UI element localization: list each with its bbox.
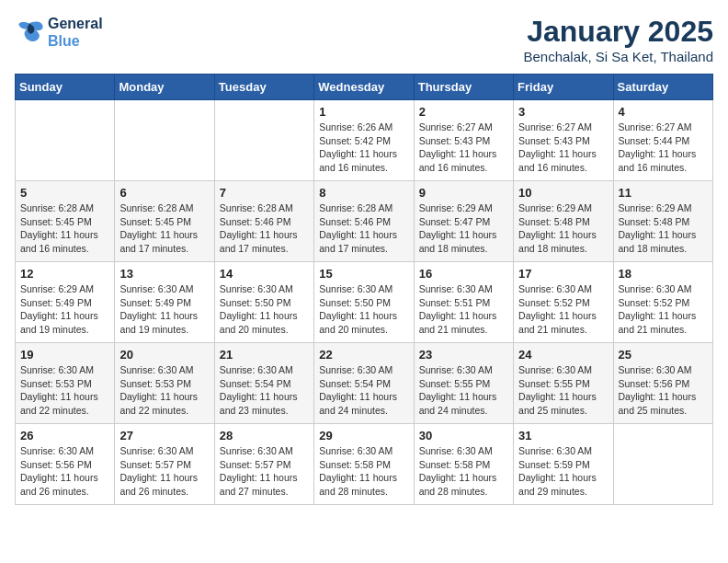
calendar-cell [115,100,214,181]
day-number: 6 [119,186,209,200]
day-number: 13 [119,267,209,281]
calendar-subtitle: Benchalak, Si Sa Ket, Thailand [523,49,713,64]
day-number: 26 [20,429,109,442]
calendar-cell: 4Sunrise: 6:27 AMSunset: 5:44 PMDaylight… [613,100,712,181]
calendar-week-row: 26Sunrise: 6:30 AMSunset: 5:56 PMDayligh… [16,424,713,505]
day-number: 7 [220,186,309,200]
day-number: 2 [419,105,508,119]
calendar-week-row: 1Sunrise: 6:26 AMSunset: 5:42 PMDaylight… [16,100,713,181]
day-number: 5 [20,186,109,200]
day-info: Sunrise: 6:30 AMSunset: 5:56 PMDaylight:… [20,444,109,499]
day-info: Sunrise: 6:30 AMSunset: 5:49 PMDaylight:… [119,282,209,337]
day-number: 30 [419,429,508,442]
calendar-cell: 20Sunrise: 6:30 AMSunset: 5:53 PMDayligh… [115,343,214,424]
day-number: 4 [619,105,708,119]
calendar-cell: 6Sunrise: 6:28 AMSunset: 5:45 PMDaylight… [115,181,214,262]
calendar-cell [16,100,115,181]
day-number: 22 [319,348,408,362]
weekday-header-friday: Friday [514,75,613,100]
day-number: 1 [319,105,408,119]
day-info: Sunrise: 6:30 AMSunset: 5:56 PMDaylight:… [619,363,708,418]
day-number: 10 [518,186,608,200]
title-block: January 2025 Benchalak, Si Sa Ket, Thail… [523,15,713,64]
logo: General Blue [15,15,103,50]
calendar-week-row: 12Sunrise: 6:29 AMSunset: 5:49 PMDayligh… [16,262,713,343]
calendar-cell [214,100,313,181]
calendar-title: January 2025 [523,15,713,49]
day-number: 12 [20,267,109,281]
calendar-cell: 14Sunrise: 6:30 AMSunset: 5:50 PMDayligh… [214,262,313,343]
day-info: Sunrise: 6:30 AMSunset: 5:59 PMDaylight:… [518,444,608,499]
day-info: Sunrise: 6:30 AMSunset: 5:54 PMDaylight:… [319,363,408,418]
calendar-cell: 12Sunrise: 6:29 AMSunset: 5:49 PMDayligh… [16,262,115,343]
day-info: Sunrise: 6:30 AMSunset: 5:52 PMDaylight:… [619,282,708,337]
calendar-week-row: 5Sunrise: 6:28 AMSunset: 5:45 PMDaylight… [16,181,713,262]
calendar-cell: 3Sunrise: 6:27 AMSunset: 5:43 PMDaylight… [514,100,613,181]
weekday-header-thursday: Thursday [414,75,513,100]
day-number: 29 [319,429,408,442]
calendar-cell: 24Sunrise: 6:30 AMSunset: 5:55 PMDayligh… [514,343,613,424]
day-info: Sunrise: 6:30 AMSunset: 5:50 PMDaylight:… [319,282,408,337]
day-number: 17 [518,267,608,281]
day-number: 19 [20,348,109,362]
day-info: Sunrise: 6:27 AMSunset: 5:43 PMDaylight:… [518,121,608,175]
calendar-cell: 25Sunrise: 6:30 AMSunset: 5:56 PMDayligh… [613,343,712,424]
calendar-cell: 18Sunrise: 6:30 AMSunset: 5:52 PMDayligh… [613,262,712,343]
calendar-week-row: 19Sunrise: 6:30 AMSunset: 5:53 PMDayligh… [16,343,713,424]
day-info: Sunrise: 6:27 AMSunset: 5:43 PMDaylight:… [419,121,508,175]
day-info: Sunrise: 6:26 AMSunset: 5:42 PMDaylight:… [319,121,408,175]
day-number: 16 [419,267,508,281]
day-info: Sunrise: 6:30 AMSunset: 5:54 PMDaylight:… [220,363,309,418]
day-info: Sunrise: 6:30 AMSunset: 5:51 PMDaylight:… [419,282,508,337]
calendar-cell: 15Sunrise: 6:30 AMSunset: 5:50 PMDayligh… [314,262,414,343]
day-info: Sunrise: 6:30 AMSunset: 5:53 PMDaylight:… [20,363,109,418]
calendar-cell: 21Sunrise: 6:30 AMSunset: 5:54 PMDayligh… [214,343,313,424]
day-number: 9 [419,186,508,200]
logo-text-blue: Blue [48,32,103,50]
calendar-cell: 2Sunrise: 6:27 AMSunset: 5:43 PMDaylight… [414,100,513,181]
day-number: 24 [518,348,608,362]
day-info: Sunrise: 6:28 AMSunset: 5:46 PMDaylight:… [220,201,309,256]
day-number: 23 [419,348,508,362]
calendar-table: SundayMondayTuesdayWednesdayThursdayFrid… [15,74,713,505]
calendar-cell: 11Sunrise: 6:29 AMSunset: 5:48 PMDayligh… [613,181,712,262]
calendar-cell: 10Sunrise: 6:29 AMSunset: 5:48 PMDayligh… [514,181,613,262]
calendar-cell: 13Sunrise: 6:30 AMSunset: 5:49 PMDayligh… [115,262,214,343]
day-info: Sunrise: 6:29 AMSunset: 5:49 PMDaylight:… [20,282,109,337]
day-info: Sunrise: 6:29 AMSunset: 5:48 PMDaylight:… [619,201,708,256]
calendar-cell: 8Sunrise: 6:28 AMSunset: 5:46 PMDaylight… [314,181,414,262]
logo-text-general: General [48,15,103,32]
page-header: General Blue January 2025 Benchalak, Si … [15,15,713,64]
calendar-cell: 22Sunrise: 6:30 AMSunset: 5:54 PMDayligh… [314,343,414,424]
calendar-cell: 23Sunrise: 6:30 AMSunset: 5:55 PMDayligh… [414,343,513,424]
day-info: Sunrise: 6:30 AMSunset: 5:58 PMDaylight:… [319,444,408,499]
day-info: Sunrise: 6:29 AMSunset: 5:48 PMDaylight:… [518,201,608,256]
weekday-header-monday: Monday [115,75,214,100]
weekday-header-wednesday: Wednesday [314,75,414,100]
day-number: 15 [319,267,408,281]
day-info: Sunrise: 6:28 AMSunset: 5:45 PMDaylight:… [20,201,109,256]
day-info: Sunrise: 6:28 AMSunset: 5:45 PMDaylight:… [119,201,209,256]
day-number: 27 [119,429,209,442]
day-info: Sunrise: 6:30 AMSunset: 5:57 PMDaylight:… [220,444,309,499]
calendar-cell: 26Sunrise: 6:30 AMSunset: 5:56 PMDayligh… [16,424,115,505]
calendar-cell: 29Sunrise: 6:30 AMSunset: 5:58 PMDayligh… [314,424,414,505]
calendar-cell: 7Sunrise: 6:28 AMSunset: 5:46 PMDaylight… [214,181,313,262]
day-info: Sunrise: 6:29 AMSunset: 5:47 PMDaylight:… [419,201,508,256]
calendar-cell: 19Sunrise: 6:30 AMSunset: 5:53 PMDayligh… [16,343,115,424]
calendar-cell: 17Sunrise: 6:30 AMSunset: 5:52 PMDayligh… [514,262,613,343]
calendar-cell: 28Sunrise: 6:30 AMSunset: 5:57 PMDayligh… [214,424,313,505]
calendar-header-row: SundayMondayTuesdayWednesdayThursdayFrid… [16,75,713,100]
weekday-header-saturday: Saturday [613,75,712,100]
day-number: 3 [518,105,608,119]
weekday-header-sunday: Sunday [16,75,115,100]
day-info: Sunrise: 6:30 AMSunset: 5:50 PMDaylight:… [220,282,309,337]
day-info: Sunrise: 6:30 AMSunset: 5:55 PMDaylight:… [518,363,608,418]
day-number: 20 [119,348,209,362]
day-info: Sunrise: 6:30 AMSunset: 5:53 PMDaylight:… [119,363,209,418]
day-number: 18 [619,267,708,281]
calendar-cell: 31Sunrise: 6:30 AMSunset: 5:59 PMDayligh… [514,424,613,505]
day-number: 31 [518,429,608,442]
day-info: Sunrise: 6:30 AMSunset: 5:52 PMDaylight:… [518,282,608,337]
day-number: 8 [319,186,408,200]
